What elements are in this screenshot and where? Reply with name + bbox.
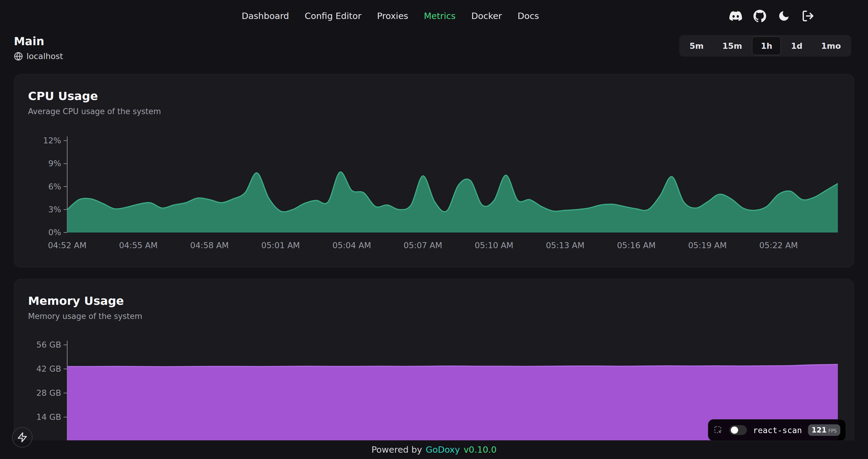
cpu-card-subtitle: Average CPU usage of the system [28,107,840,116]
y-tick-label: 28 GB [36,388,61,398]
y-tick-label: 0% [48,228,61,237]
time-range-15m[interactable]: 15m [714,36,751,55]
toggle-knob [731,426,738,434]
time-range-1h[interactable]: 1h [752,36,781,55]
nav-item-docs[interactable]: Docs [518,11,539,21]
time-range-5m[interactable]: 5m [681,36,712,55]
quick-actions-button[interactable] [12,427,33,448]
cpu-usage-card: CPU Usage Average CPU usage of the syste… [14,74,854,267]
nav-item-docker[interactable]: Docker [471,11,502,21]
memory-card-subtitle: Memory usage of the system [28,312,840,321]
y-tick-label: 12% [43,136,61,145]
nav-item-metrics[interactable]: Metrics [424,11,456,21]
nav-item-config-editor[interactable]: Config Editor [305,11,361,21]
time-range-selector: 5m 15m 1h 1d 1mo [679,35,851,57]
zap-icon [17,432,28,443]
y-tick-label: 3% [48,205,61,214]
x-tick-label: 05:07 AM [404,241,442,250]
version-text: v0.10.0 [464,445,496,455]
x-tick-label: 05:19 AM [688,241,727,250]
github-icon[interactable] [753,9,767,23]
memory-card-title: Memory Usage [28,294,840,307]
x-tick-label: 05:16 AM [617,241,655,250]
x-tick-label: 05:10 AM [475,241,513,250]
y-tick-label: 9% [48,159,61,168]
fps-value: 121 [812,426,827,434]
theme-toggle-moon-icon[interactable] [777,9,791,23]
page-head: Main localhost 5m 15m 1h 1d 1mo [0,35,868,61]
host-row: localhost [14,52,63,61]
fps-badge: 121 FPS [808,424,840,436]
x-tick-label: 05:13 AM [546,241,584,250]
host-block: Main localhost [14,35,63,61]
x-tick-label: 04:58 AM [190,241,229,250]
y-tick-label: 6% [48,182,61,191]
nav-item-proxies[interactable]: Proxies [377,11,408,21]
x-tick-label: 05:04 AM [333,241,371,250]
fps-unit: FPS [829,428,837,434]
globe-icon [14,52,23,61]
react-scan-toggle[interactable] [730,425,747,435]
main-nav: Dashboard Config Editor Proxies Metrics … [242,11,539,21]
x-tick-label: 04:55 AM [119,241,158,250]
discord-icon[interactable] [729,9,743,23]
footer: Powered by GoDoxy v0.10.0 [0,440,868,459]
powered-by-text: Powered by [371,445,422,455]
time-range-1mo[interactable]: 1mo [812,36,849,55]
cpu-usage-area-chart[interactable]: 0%3%6%9%12%04:52 AM04:55 AM04:58 AM05:01… [28,129,842,258]
godoxy-link[interactable]: GoDoxy [426,445,460,455]
inspect-icon[interactable] [713,425,723,435]
area-stroke [67,364,838,367]
y-tick-label: 14 GB [36,412,61,422]
top-icon-group [729,9,815,23]
area-fill [67,172,838,232]
x-tick-label: 05:01 AM [261,241,300,250]
top-bar: Dashboard Config Editor Proxies Metrics … [0,0,868,31]
logout-icon[interactable] [801,9,815,23]
cpu-card-title: CPU Usage [28,90,840,103]
time-range-1d[interactable]: 1d [782,36,811,55]
nav-item-dashboard[interactable]: Dashboard [242,11,289,21]
react-scan-label: react-scan [753,426,802,435]
y-tick-label: 42 GB [36,364,61,373]
x-tick-label: 04:52 AM [48,241,87,250]
y-tick-label: 56 GB [36,340,61,349]
page-title: Main [14,35,63,48]
react-scan-toolbar[interactable]: react-scan 121 FPS [708,419,846,441]
x-tick-label: 05:22 AM [759,241,798,250]
host-name: localhost [27,52,63,61]
